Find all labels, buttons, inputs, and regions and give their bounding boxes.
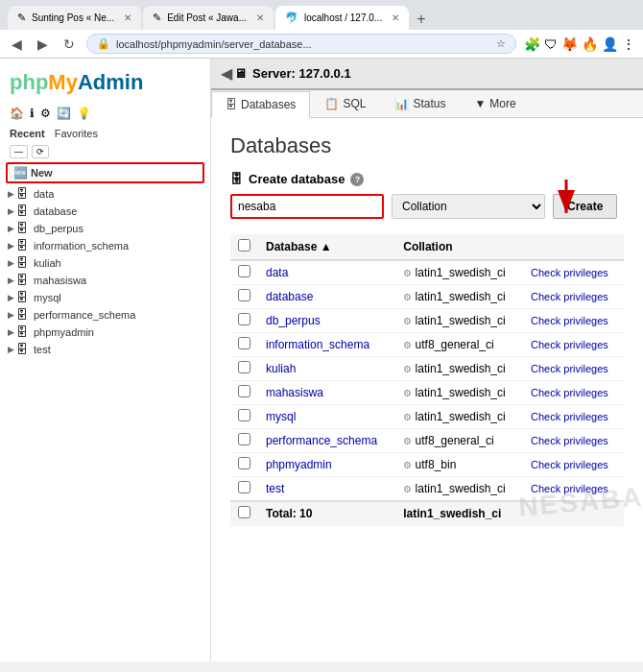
menu-icon[interactable]: ⋮: [622, 36, 635, 52]
back-button[interactable]: ◀: [8, 35, 26, 54]
select-all-checkbox[interactable]: [238, 239, 250, 252]
check-priv-link-6[interactable]: Check privileges: [531, 411, 608, 422]
check-priv-link-1[interactable]: Check privileges: [531, 291, 608, 302]
db-link-2[interactable]: db_perpus: [266, 314, 321, 327]
collation-select[interactable]: Collation latin1_swedish_ci utf8_general…: [392, 194, 545, 219]
row-checkbox-8[interactable]: [238, 457, 250, 469]
check-priv-link-0[interactable]: Check privileges: [531, 267, 608, 278]
db-icon-database: 🗄: [16, 204, 30, 218]
refresh-button[interactable]: ↻: [60, 35, 79, 54]
tab-3-close[interactable]: ✕: [392, 12, 399, 23]
sync-icon[interactable]: 🔄: [57, 107, 71, 120]
db-link-0[interactable]: data: [266, 266, 288, 279]
check-priv-link-2[interactable]: Check privileges: [531, 315, 608, 326]
check-priv-link-5[interactable]: Check privileges: [531, 387, 608, 398]
row-db-name-6: mysql: [258, 405, 395, 429]
sidebar-item-data[interactable]: ▶ 🗄 data: [0, 185, 210, 203]
forward-button[interactable]: ▶: [34, 35, 52, 54]
tab-1-close[interactable]: ✕: [124, 12, 131, 23]
sidebar-item-phpmyadmin[interactable]: ▶ 🗄 phpmyadmin: [0, 324, 210, 341]
db-link-7[interactable]: performance_schema: [266, 434, 377, 447]
tab-1[interactable]: ✎ Sunting Pos « Ne... ✕: [8, 6, 141, 30]
sidebar-item-db-perpus[interactable]: ▶ 🗄 db_perpus: [0, 220, 210, 237]
databases-tab-label: Databases: [241, 98, 296, 111]
sidebar-item-test[interactable]: ▶ 🗄 test: [0, 341, 210, 358]
new-tab-button[interactable]: +: [411, 9, 431, 30]
tab-sql[interactable]: 📋 SQL: [310, 90, 380, 117]
check-priv-link-4[interactable]: Check privileges: [531, 363, 608, 374]
row-checkbox-4[interactable]: [238, 361, 250, 373]
row-collation-0: ⚙ latin1_swedish_ci: [395, 260, 523, 285]
row-checkbox-1[interactable]: [238, 289, 250, 301]
server-back-button[interactable]: ◀: [221, 64, 232, 83]
pma-logo: phpMyAdmin: [0, 62, 210, 103]
col-database[interactable]: Database ▲: [258, 234, 395, 260]
db-link-5[interactable]: mahasiswa: [266, 386, 323, 399]
tab-more[interactable]: ▼ More: [460, 90, 530, 117]
sidebar-tab-favorites[interactable]: Favorites: [55, 128, 98, 139]
col-icon-1: ⚙: [403, 292, 412, 302]
sidebar-item-mysql[interactable]: ▶ 🗄 mysql: [0, 289, 210, 306]
db-name-data: data: [34, 188, 54, 200]
row-checkbox-col-1: [230, 285, 258, 309]
check-priv-link-8[interactable]: Check privileges: [531, 459, 608, 470]
sidebar-item-database[interactable]: ▶ 🗄 database: [0, 203, 210, 220]
check-priv-link-3[interactable]: Check privileges: [531, 339, 608, 350]
reload-button[interactable]: ⟳: [32, 145, 49, 158]
db-link-9[interactable]: test: [266, 482, 284, 495]
tab-1-label: Sunting Pos « Ne...: [32, 12, 114, 23]
row-checkbox-6[interactable]: [238, 409, 250, 421]
row-checkbox-7[interactable]: [238, 433, 250, 445]
row-action-2: Check privileges: [523, 309, 624, 333]
tab-databases[interactable]: 🗄 Databases: [211, 91, 310, 118]
row-checkbox-col-0: [230, 260, 258, 285]
db-link-4[interactable]: kuliah: [266, 362, 296, 375]
col-collation-label: Collation: [403, 240, 452, 253]
sidebar-item-performance-schema[interactable]: ▶ 🗄 performance_schema: [0, 306, 210, 324]
profile-icon[interactable]: 👤: [602, 36, 618, 52]
tab-status[interactable]: 📊 Status: [380, 90, 460, 117]
new-database-item[interactable]: 🆕 New: [6, 162, 204, 183]
tab-3[interactable]: 🐬 localhost / 127.0... ✕: [275, 6, 409, 30]
url-box[interactable]: 🔒 localhost/phpmyadmin/server_database..…: [86, 34, 516, 54]
check-priv-link-9[interactable]: Check privileges: [531, 483, 608, 494]
row-checkbox-3[interactable]: [238, 337, 250, 349]
db-icon-performance-schema: 🗄: [16, 308, 30, 322]
create-db-form: Collation latin1_swedish_ci utf8_general…: [230, 194, 624, 219]
db-link-6[interactable]: mysql: [266, 410, 296, 423]
check-priv-link-7[interactable]: Check privileges: [531, 435, 608, 446]
red-arrow: [537, 175, 595, 223]
sidebar-item-information-schema[interactable]: ▶ 🗄 information_schema: [0, 237, 210, 254]
db-link-1[interactable]: database: [266, 290, 313, 303]
row-checkbox-0[interactable]: [238, 265, 250, 277]
row-checkbox-col-3: [230, 333, 258, 357]
help-icon[interactable]: ?: [350, 173, 364, 186]
table-row: data ⚙ latin1_swedish_ci Check privilege…: [230, 260, 624, 285]
db-icon-db-perpus: 🗄: [16, 222, 30, 235]
db-icon-test: 🗄: [16, 343, 30, 356]
collapse-all-button[interactable]: —: [10, 145, 28, 158]
sidebar-item-mahasiswa[interactable]: ▶ 🗄 mahasiswa: [0, 272, 210, 289]
sidebar-tab-recent[interactable]: Recent: [10, 128, 45, 139]
row-checkbox-2[interactable]: [238, 313, 250, 325]
row-db-name-2: db_perpus: [258, 309, 395, 333]
db-name-input[interactable]: [230, 194, 384, 219]
select-all-footer-checkbox[interactable]: [238, 506, 250, 518]
total-checkbox-col: [230, 501, 258, 526]
row-checkbox-9[interactable]: [238, 481, 250, 493]
tab-2[interactable]: ✎ Edit Post « Jawa... ✕: [143, 6, 274, 30]
browser-toolbar: 🧩 🛡 🦊 🔥 👤 ⋮: [524, 36, 635, 52]
db-link-8[interactable]: phpmyadmin: [266, 458, 332, 471]
url-text: localhost/phpmyadmin/server_database...: [116, 38, 490, 50]
info-icon[interactable]: ℹ: [30, 107, 35, 120]
sidebar-controls: — ⟳: [0, 143, 210, 160]
console-icon[interactable]: 💡: [77, 107, 91, 120]
db-link-3[interactable]: information_schema: [266, 338, 369, 351]
home-icon[interactable]: 🏠: [10, 107, 24, 120]
star-icon[interactable]: ☆: [496, 37, 506, 50]
settings-icon[interactable]: ⚙: [40, 107, 51, 120]
nav-tabs: 🗄 Databases 📋 SQL 📊 Status ▼ More: [211, 90, 643, 118]
tab-2-close[interactable]: ✕: [256, 12, 264, 23]
sidebar-item-kuliah[interactable]: ▶ 🗄 kuliah: [0, 254, 210, 272]
row-checkbox-5[interactable]: [238, 385, 250, 397]
